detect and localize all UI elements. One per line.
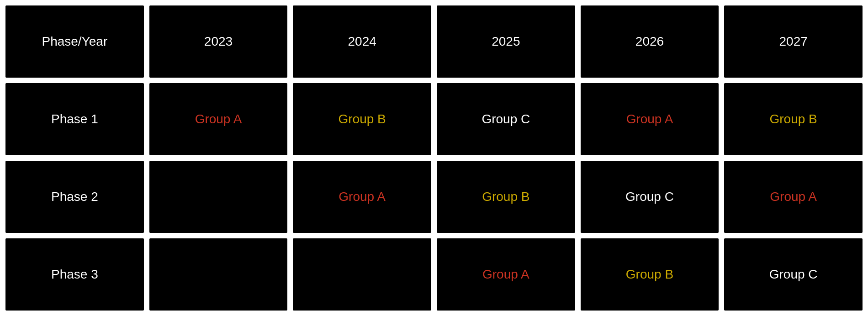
phase2-2025-text: Group B (482, 190, 529, 204)
header-2023-text: 2023 (204, 34, 233, 49)
phase1-2027: Group B (724, 83, 863, 155)
phase1-2024: Group B (293, 83, 431, 155)
phase3-2025: Group A (437, 238, 575, 311)
phase3-2027: Group C (724, 238, 863, 311)
phase2-2026: Group C (581, 161, 719, 233)
phase3-2024 (293, 238, 431, 311)
header-2023: 2023 (149, 5, 288, 78)
phase3-label: Phase 3 (5, 238, 144, 311)
phase1-2026-text: Group A (626, 112, 673, 126)
phase2-2026-text: Group C (625, 190, 674, 204)
phase2-2027-text: Group A (770, 190, 817, 204)
header-2025-text: 2025 (492, 34, 520, 49)
header-phase: Phase/Year (5, 5, 144, 78)
phase1-2023-text: Group A (195, 112, 242, 126)
header-2027-text: 2027 (779, 34, 808, 49)
phase3-2025-text: Group A (482, 267, 529, 282)
phase2-2024-text: Group A (339, 190, 386, 204)
header-2026: 2026 (581, 5, 719, 78)
phase1-label-text: Phase 1 (51, 112, 98, 126)
phase2-2025: Group B (437, 161, 575, 233)
phase3-2023 (149, 238, 288, 311)
phase1-label: Phase 1 (5, 83, 144, 155)
header-phase-text: Phase/Year (42, 34, 107, 49)
header-2025: 2025 (437, 5, 575, 78)
phase2-label: Phase 2 (5, 161, 144, 233)
header-2026-text: 2026 (635, 34, 664, 49)
phase3-2027-text: Group C (769, 267, 818, 282)
header-2024: 2024 (293, 5, 431, 78)
header-2027: 2027 (724, 5, 863, 78)
phase1-2025: Group C (437, 83, 575, 155)
header-2024-text: 2024 (348, 34, 376, 49)
phase2-label-text: Phase 2 (51, 190, 98, 204)
phase3-2026-text: Group B (626, 267, 673, 282)
phase1-2025-text: Group C (482, 112, 530, 126)
phase1-2027-text: Group B (770, 112, 817, 126)
phase2-2024: Group A (293, 161, 431, 233)
phase2-2023 (149, 161, 288, 233)
phase1-2023: Group A (149, 83, 288, 155)
phase2-2027: Group A (724, 161, 863, 233)
phase1-2026: Group A (581, 83, 719, 155)
phase3-2026: Group B (581, 238, 719, 311)
phase3-label-text: Phase 3 (51, 267, 98, 282)
phase1-2024-text: Group B (339, 112, 386, 126)
schedule-grid: Phase/Year20232024202520262027Phase 1Gro… (0, 0, 868, 316)
